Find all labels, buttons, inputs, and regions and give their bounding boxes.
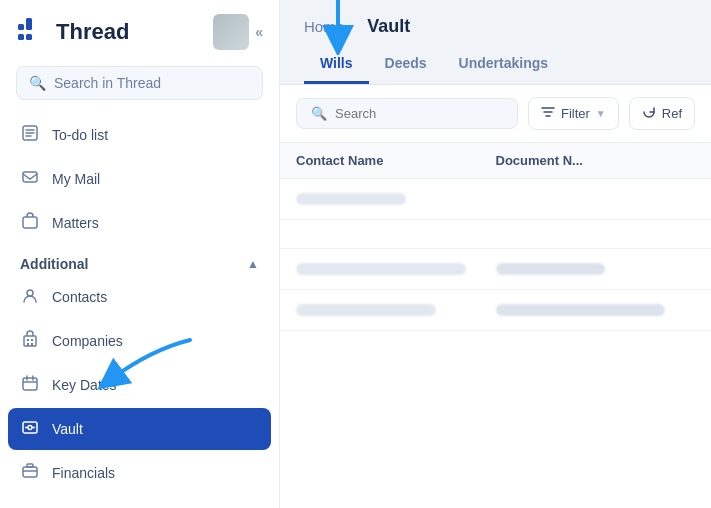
table-header: Contact Name Document N... — [280, 143, 711, 179]
sidebar-item-matters-label: Matters — [52, 215, 99, 231]
sidebar-item-financials-label: Financials — [52, 465, 115, 481]
row-cell-document — [496, 304, 696, 316]
svg-rect-24 — [23, 467, 37, 477]
avatar-collapse-area: « — [213, 14, 263, 50]
filter-label: Filter — [561, 106, 590, 121]
tabs-area: Wills Deeds Undertakings — [304, 47, 687, 84]
main-header: Home Vault Wills Deeds Undertak — [280, 0, 711, 84]
sidebar-item-companies-label: Companies — [52, 333, 123, 349]
svg-rect-0 — [18, 24, 24, 30]
column-header-contact: Contact Name — [296, 153, 496, 168]
sidebar-item-contacts-label: Contacts — [52, 289, 107, 305]
sidebar-item-keydates[interactable]: Key Dates — [8, 364, 271, 406]
content-toolbar: 🔍 Filter ▼ Ref — [280, 85, 711, 143]
sidebar-item-mymail[interactable]: My Mail — [8, 158, 271, 200]
sidebar-item-keydates-label: Key Dates — [52, 377, 117, 393]
tab-wills-label: Wills — [320, 55, 353, 71]
svg-rect-9 — [23, 217, 37, 228]
sidebar-item-vault-label: Vault — [52, 421, 83, 437]
column-header-document: Document N... — [496, 153, 696, 168]
svg-point-21 — [28, 426, 32, 430]
content-panel: 🔍 Filter ▼ Ref Contact Name Document N..… — [280, 84, 711, 508]
sidebar-item-todo[interactable]: To-do list — [8, 114, 271, 156]
row-cell-document — [496, 263, 696, 275]
sidebar-item-todo-label: To-do list — [52, 127, 108, 143]
svg-rect-1 — [18, 34, 24, 40]
table-row — [280, 249, 711, 290]
additional-section-label: Additional — [20, 256, 88, 272]
vault-icon — [20, 418, 40, 440]
todo-icon — [20, 124, 40, 146]
search-bar-text: Search in Thread — [54, 75, 161, 91]
contacts-icon — [20, 286, 40, 308]
table-row — [280, 220, 711, 249]
sidebar-item-contacts[interactable]: Contacts — [8, 276, 271, 318]
main-content: Home Vault Wills Deeds Undertak — [280, 0, 711, 508]
tab-deeds[interactable]: Deeds — [369, 47, 443, 84]
refresh-label: Ref — [662, 106, 682, 121]
breadcrumb: Home Vault — [304, 16, 687, 37]
keydates-icon — [20, 374, 40, 396]
row-cell-contact — [296, 304, 496, 316]
sidebar-item-mymail-label: My Mail — [52, 171, 100, 187]
svg-rect-3 — [26, 34, 32, 40]
refresh-button[interactable]: Ref — [629, 97, 695, 130]
svg-rect-15 — [31, 343, 33, 346]
table-row — [280, 290, 711, 331]
sidebar-item-financials[interactable]: Financials — [8, 452, 271, 494]
tab-wills[interactable]: Wills — [304, 47, 369, 84]
section-chevron-icon: ▲ — [247, 257, 259, 271]
sidebar-item-matters[interactable]: Matters — [8, 202, 271, 244]
row-cell-contact — [296, 263, 496, 275]
additional-section-header[interactable]: Additional ▲ — [8, 246, 271, 276]
svg-rect-12 — [27, 339, 29, 341]
search-icon: 🔍 — [29, 75, 46, 91]
svg-rect-11 — [24, 336, 36, 346]
search-input-wrap[interactable]: 🔍 — [296, 98, 518, 129]
search-icon: 🔍 — [311, 106, 327, 121]
breadcrumb-home[interactable]: Home — [304, 18, 344, 35]
collapse-button[interactable]: « — [255, 24, 263, 40]
breadcrumb-current: Vault — [367, 16, 410, 37]
row-cell-contact — [296, 193, 496, 205]
svg-point-10 — [27, 290, 33, 296]
table-row — [280, 179, 711, 220]
svg-rect-26 — [27, 464, 33, 467]
nav-items: To-do list My Mail Matters Additional ▲ … — [0, 114, 279, 508]
companies-icon — [20, 330, 40, 352]
table-rows — [280, 179, 711, 508]
sidebar-item-companies[interactable]: Companies — [8, 320, 271, 362]
avatar — [213, 14, 249, 50]
filter-icon — [541, 105, 555, 122]
sidebar: Thread « 🔍 Search in Thread To-do list M… — [0, 0, 280, 508]
filter-chevron-icon: ▼ — [596, 108, 606, 119]
svg-rect-16 — [23, 378, 37, 390]
matters-icon — [20, 212, 40, 234]
mymail-icon — [20, 168, 40, 190]
svg-rect-14 — [27, 343, 29, 346]
tab-undertakings[interactable]: Undertakings — [443, 47, 564, 84]
tab-undertakings-label: Undertakings — [459, 55, 548, 71]
logo-area: Thread — [16, 16, 129, 48]
breadcrumb-separator — [352, 19, 359, 34]
svg-rect-8 — [23, 172, 37, 182]
sidebar-item-vault[interactable]: Vault — [8, 408, 271, 450]
sidebar-header: Thread « — [0, 0, 279, 60]
search-bar[interactable]: 🔍 Search in Thread — [16, 66, 263, 100]
svg-rect-13 — [31, 339, 33, 341]
svg-rect-2 — [26, 18, 32, 30]
app-title: Thread — [56, 19, 129, 45]
search-input[interactable] — [335, 106, 503, 121]
financials-icon — [20, 462, 40, 484]
refresh-icon — [642, 105, 656, 122]
tab-deeds-label: Deeds — [385, 55, 427, 71]
thread-logo-icon — [16, 16, 48, 48]
filter-button[interactable]: Filter ▼ — [528, 97, 619, 130]
